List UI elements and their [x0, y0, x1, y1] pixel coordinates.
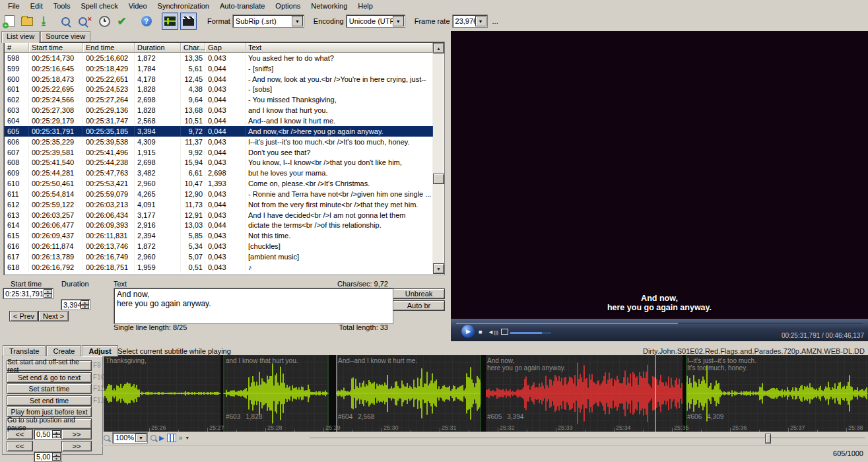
chevron-down-icon[interactable]: ▼ — [393, 16, 404, 26]
table-row[interactable]: 60300:25:27,30800:25:29,1361,82813,680,0… — [5, 105, 433, 116]
column-header-chars[interactable]: Char... — [181, 43, 205, 53]
table-row[interactable]: 60200:25:24,56600:25:27,2642,6989,640,04… — [5, 94, 433, 105]
scrollbar-thumb[interactable] — [433, 174, 444, 184]
table-row[interactable]: 60400:25:29,17900:25:31,7472,56810,510,0… — [5, 116, 433, 126]
table-row[interactable]: 59800:25:14,73000:25:16,6021,87213,350,0… — [5, 53, 433, 63]
table-row[interactable]: 61700:26:13,78900:26:16,7492,9605,070,04… — [5, 251, 433, 262]
fast-forward-icon[interactable]: » — [179, 434, 183, 442]
waveform-play-button[interactable]: ▶ — [159, 434, 164, 442]
menu-item-synchronization[interactable]: Synchronization — [152, 1, 215, 11]
table-row[interactable]: 60800:25:41,54000:25:44,2382,69815,940,0… — [5, 157, 433, 168]
subtitle-text-input[interactable]: And now, here you go again anyway. — [114, 288, 393, 324]
frame-rate-combobox[interactable]: 23,976 ▼ — [452, 15, 488, 28]
menu-item-video[interactable]: Video — [123, 1, 152, 11]
chevron-down-icon[interactable]: ▼ — [135, 434, 147, 442]
fullscreen-button[interactable] — [501, 329, 508, 335]
table-row[interactable]: 60100:25:22,69500:25:24,5231,8284,380,04… — [5, 84, 433, 95]
column-header-start[interactable]: Start time — [29, 43, 83, 53]
menu-item-file[interactable]: File — [3, 1, 25, 11]
chevron-down-icon[interactable]: ▼ — [475, 16, 486, 26]
help-button[interactable]: ? — [139, 13, 154, 29]
waveform-display[interactable]: 25:2625:2725:2825:2925:3025:3125:3225:33… — [104, 355, 868, 432]
visual-sync-button[interactable] — [97, 13, 112, 29]
table-row[interactable]: 61000:25:50,46100:25:53,4212,96010,471,3… — [5, 178, 433, 189]
new-file-button[interactable]: + — [2, 13, 17, 29]
table-row[interactable]: 60500:25:31,79100:25:35,1853,3949,720,04… — [5, 126, 433, 137]
table-row[interactable]: 61200:25:59,12200:26:03,2134,09111,730,0… — [5, 199, 433, 210]
prev-button[interactable]: < Prev — [9, 311, 38, 321]
volume-button[interactable]: ◄))) — [488, 329, 498, 335]
tab-list-view[interactable]: List view — [1, 31, 40, 43]
spinner-arrows-icon[interactable]: ▲▼ — [52, 453, 61, 461]
table-row[interactable]: 60000:25:18,47300:25:22,6514,17812,450,0… — [5, 74, 433, 84]
table-row[interactable]: 61500:26:09,43700:26:11,8312,3945,850,04… — [5, 230, 433, 241]
table-row[interactable]: 61800:26:16,79200:26:18,7511,9590,510,04… — [5, 262, 433, 273]
column-header-gap[interactable]: Gap — [205, 43, 246, 53]
stop-button[interactable]: ■ — [479, 329, 482, 335]
toggle-waveform-button[interactable] — [162, 13, 178, 30]
waveform-scrollbar[interactable] — [310, 438, 865, 438]
table-row[interactable]: 61600:26:11,87400:26:13,7461,8725,340,04… — [5, 241, 433, 251]
toggle-video-button[interactable] — [180, 13, 197, 30]
spell-check-button[interactable]: ✔ — [114, 13, 129, 29]
adjust-button-2[interactable]: Set end & go to next — [7, 372, 92, 383]
chevron-down-icon[interactable]: ▼ — [185, 436, 189, 440]
nudge-large-back-button[interactable]: << — [7, 441, 33, 451]
next-button[interactable]: Next > — [38, 311, 69, 321]
table-row[interactable]: 60700:25:39,58100:25:41,4961,9159,920,04… — [5, 147, 433, 158]
auto-br-button[interactable]: Auto br — [393, 300, 445, 311]
start-time-spinner[interactable]: 0:25:31,791 ▲▼ — [3, 288, 53, 299]
tab-adjust[interactable]: Adjust — [82, 345, 117, 356]
spinner-arrows-icon[interactable]: ▲▼ — [44, 289, 52, 298]
tab-translate[interactable]: Translate — [3, 345, 46, 356]
table-row[interactable]: 61300:26:03,25700:26:06,4343,17712,910,0… — [5, 210, 433, 220]
seek-bar[interactable] — [456, 323, 863, 324]
nudge-large-fwd-button[interactable]: >> — [61, 441, 92, 451]
menu-item-edit[interactable]: Edit — [25, 1, 48, 11]
column-header-end[interactable]: End time — [83, 43, 135, 53]
table-row[interactable]: 61400:26:06,47700:26:09,3932,91613,030,0… — [5, 220, 433, 231]
play-button[interactable]: ▶ — [461, 325, 475, 338]
video-screen[interactable]: And now, here you go again anyway. — [451, 31, 868, 319]
column-header-duration[interactable]: Duration — [135, 43, 181, 53]
scroll-down-button[interactable]: ▼ — [433, 263, 444, 274]
replace-button[interactable]: ✕ — [75, 13, 90, 29]
save-button[interactable]: ⭳ — [36, 13, 51, 29]
menu-item-auto-translate[interactable]: Auto-translate — [215, 1, 270, 11]
zoom-in-icon[interactable] — [150, 435, 156, 441]
menu-item-tools[interactable]: Tools — [48, 1, 76, 11]
tab-source-view[interactable]: Source view — [40, 31, 90, 42]
zoom-out-icon[interactable] — [104, 435, 110, 441]
adjust-button-3[interactable]: Set start time — [7, 383, 92, 394]
select-current-subtitle-checkbox[interactable]: ✓ Select current subtitle while playing — [106, 346, 231, 355]
menu-item-spell-check[interactable]: Spell check — [75, 1, 123, 11]
column-header-text[interactable]: Text — [246, 43, 433, 53]
find-button[interactable] — [58, 13, 73, 29]
menu-item-options[interactable]: Options — [270, 1, 306, 11]
table-row[interactable]: 60900:25:44,28100:25:47,7633,4826,612,69… — [5, 168, 433, 178]
format-combobox[interactable]: SubRip (.srt) ▼ — [232, 15, 304, 28]
encoding-combobox[interactable]: Unicode (UTF-8) ▼ — [346, 15, 405, 28]
unbreak-button[interactable]: Unbreak — [393, 288, 445, 299]
spinner-arrows-icon[interactable]: ▲▼ — [81, 300, 89, 309]
adjust-button-1[interactable]: Set start and off-set the rest — [7, 360, 92, 371]
nudge-large-spinner[interactable]: 5,00 ▲▼ — [34, 451, 62, 462]
tab-create[interactable]: Create — [46, 345, 81, 356]
toolbar-overflow[interactable]: ... — [492, 17, 498, 25]
table-row[interactable]: 59900:25:16,64500:25:18,4291,7845,610,04… — [5, 63, 433, 74]
menu-item-help[interactable]: Help — [352, 1, 378, 11]
waveform-zoom-combobox[interactable]: 100% ▼ — [112, 432, 148, 444]
adjust-button-6[interactable]: Go to sub postion and pause — [7, 418, 92, 429]
spinner-arrows-icon[interactable]: ▲▼ — [52, 430, 61, 438]
column-header-num[interactable]: # — [5, 43, 29, 53]
adjust-button-4[interactable]: Set end time — [7, 395, 92, 406]
vertical-scrollbar[interactable]: ▲ ▼ — [433, 43, 444, 274]
volume-slider[interactable] — [510, 332, 551, 334]
menu-item-networking[interactable]: Networking — [306, 1, 352, 11]
waveform-scrollbar-thumb[interactable] — [765, 434, 771, 444]
table-row[interactable]: 60600:25:35,22900:25:39,5384,30911,370,0… — [5, 137, 433, 147]
chevron-down-icon[interactable]: ▼ — [292, 16, 303, 26]
vertical-zoom-icon[interactable] — [167, 434, 176, 442]
duration-spinner[interactable]: 3,394 ▲▼ — [61, 299, 90, 310]
table-row[interactable]: 61100:25:54,81400:25:59,0794,26512,900,0… — [5, 189, 433, 199]
